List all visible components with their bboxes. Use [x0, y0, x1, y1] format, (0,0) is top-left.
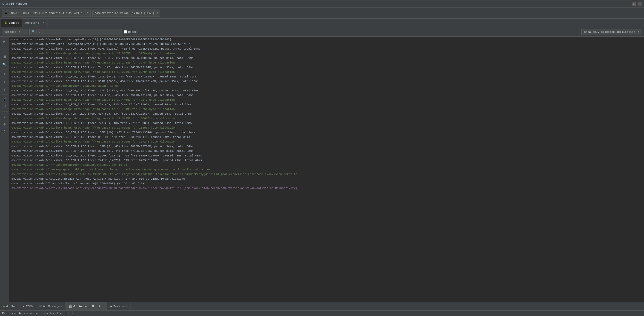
bottom-tab-android-monitor-label: 6: Android Monitor	[73, 305, 104, 308]
log-line: om.exonvision.rekab I/dalvikvm-heap: Gro…	[9, 139, 644, 144]
search-icon: 🔍	[32, 30, 35, 34]
log-line: om.exonvision.rekab D/dalvikvm: GC_FOR_A…	[9, 153, 644, 158]
minimize-btn[interactable]: —	[638, 2, 642, 6]
terminal-icon: ▶	[110, 305, 112, 308]
log-line: om.exonvision.rekab I/dalvikvm-heap: Gro…	[9, 125, 644, 130]
top-toolbar: 📱 HUAWEI HUAWEI Y221-U22 Android 4.4.2, …	[0, 8, 644, 19]
sidebar-btn-settings[interactable]: ⚙	[1, 121, 8, 128]
sidebar-btn-help2[interactable]: ?	[1, 128, 8, 136]
sidebar-divider-1	[2, 69, 8, 69]
title-bar: Android Monitor ⚙ —	[0, 0, 644, 8]
log-toolbar: Verbose ▼ 🔍 Regex Show only selected app…	[0, 27, 644, 37]
log-line: om.exonvision.rekab V/ActivityThread: Ac…	[9, 186, 644, 191]
log-line: om.exonvision.rekab D/dalvikvm: GC_FOR_A…	[9, 46, 644, 51]
device-icon: 📱	[4, 11, 8, 15]
log-line: om.exonvision.rekab D/dalvikvm: GC_FOR_A…	[9, 112, 644, 116]
verbose-dropdown-arrow: ▼	[19, 31, 20, 33]
tab-monitors[interactable]: Monitors →*	[22, 19, 48, 27]
log-line: om.exonvision.rekab I/dalvikvm-heap: Gro…	[9, 51, 644, 56]
log-line: om.exonvision.rekab D/dalvikvm: GC_FOR_A…	[9, 130, 644, 135]
log-line: om.exonvision.rekab D/====Rekab: decrypt…	[9, 37, 644, 42]
sidebar-btn-find[interactable]: 🔍	[1, 61, 8, 68]
messages-icon: ☰	[39, 305, 42, 308]
log-line: om.exonvision.rekab D/dalvikvm: GC_FOR_A…	[9, 144, 644, 149]
log-line: om.exonvision.rekab I/dalvikvm-heap: Gro…	[9, 107, 644, 112]
tab-bar: 🐛 logcat Monitors →*	[0, 19, 644, 27]
log-line: om.exonvision.rekab D/dalvikvm: GC_FOR_A…	[9, 79, 644, 84]
log-line: om.exonvision.rekab D/dalvikvm: GC_FOR_A…	[9, 149, 644, 153]
log-level-select[interactable]: Verbose ▼	[2, 29, 28, 35]
regex-text: Regex	[128, 30, 137, 34]
device-label: HUAWEI HUAWEI Y221-U22 Android 4.4.2, AP…	[10, 12, 84, 15]
tab-monitors-label: Monitors →*	[26, 21, 44, 25]
verbose-label: Verbose	[4, 30, 16, 34]
log-line: om.exonvision.rekab D/GraphicBuffer: clo…	[9, 181, 644, 186]
bottom-tab-run[interactable]: ▶ 4: Run	[0, 302, 20, 310]
sidebar-btn-play[interactable]: ▶	[1, 38, 8, 45]
log-line: om.exonvision.rekab D/====Rekab: decrypt…	[9, 42, 644, 46]
log-line: om.exonvision.rekab D/dalvikvm: GC_FOR_A…	[9, 74, 644, 79]
left-sidebar: ▶ ⏸ 🗑 🔍 ↑ ↓ ? 📱 🖨 ↻ ⚙ ?	[0, 37, 9, 302]
sidebar-btn-clear[interactable]: 🗑	[1, 53, 8, 60]
sidebar-btn-down[interactable]: ↓	[1, 78, 8, 85]
bottom-tab-todo-label: TODO	[26, 305, 32, 308]
bottom-toolbar: ▶ 4: Run ✔ TODO ☰ 0: Messages 🤖 6: Andro…	[0, 302, 644, 310]
sidebar-btn-pause[interactable]: ⏸	[1, 45, 8, 53]
log-line: om.exonvision.rekab D/dalvikvm: GC_FOR_A…	[9, 121, 644, 125]
log-line: om.exonvision.rekab I/dalvikvm-heap: Gro…	[9, 98, 644, 102]
app-dropdown-arrow: ▼	[157, 12, 158, 14]
show-only-label: Show only selected application	[584, 30, 635, 34]
tab-logcat[interactable]: 🐛 logcat	[1, 19, 22, 27]
bottom-tab-messages[interactable]: ☰ 0: Messages	[36, 302, 65, 310]
app-selector[interactable]: com.exonvision.rekab (17465) [DEAD] ▼	[92, 10, 160, 17]
show-only-btn[interactable]: Show only selected application ▼	[581, 29, 642, 35]
log-line: om.exonvision.rekab I/dalvikvm-heap: Gro…	[9, 60, 644, 65]
log-line: om.exonvision.rekab D/dalvikvm: GC_FOR_A…	[9, 135, 644, 139]
bottom-tab-android-monitor[interactable]: 🤖 6: Android Monitor	[65, 302, 108, 310]
log-line: om.exonvision.rekab D/ActivityThread: AC…	[9, 177, 644, 181]
log-line: om.exonvision.rekab D/dalvikvm: GC_FOR_A…	[9, 102, 644, 107]
settings-title-btn[interactable]: ⚙	[632, 2, 636, 6]
regex-label[interactable]: Regex	[124, 30, 137, 34]
log-area[interactable]: om.exonvision.rekab D/====Rekab: decrypt…	[9, 37, 644, 302]
bottom-tab-terminal-label: Terminal	[113, 305, 127, 308]
sidebar-btn-print[interactable]: 🖨	[1, 103, 8, 110]
log-line: om.exonvision.rekab D/dalvikvm: GC_FOR_A…	[9, 88, 644, 93]
show-only-dropdown-arrow: ▼	[638, 31, 639, 33]
log-line: om.exonvision.rekab D/dalvikvm: GC_FOR_A…	[9, 158, 644, 163]
sidebar-btn-refresh[interactable]: ↻	[1, 113, 8, 120]
app-title: Android Monitor	[2, 2, 28, 5]
bottom-tab-run-label: 4: Run	[6, 305, 16, 308]
log-line: om.exonvision.rekab I/====CategoryHolder…	[9, 84, 644, 88]
sidebar-btn-help[interactable]: ?	[1, 86, 8, 93]
sidebar-btn-up[interactable]: ↑	[1, 70, 8, 78]
log-line: om.exonvision.rekab D/dalvikvm: GC_FOR_A…	[9, 93, 644, 98]
bottom-tab-messages-label: 0: Messages	[43, 305, 62, 308]
bottom-tab-terminal[interactable]: ▶ Terminal	[107, 302, 130, 310]
android-icon: 🤖	[68, 304, 72, 308]
search-box[interactable]: 🔍	[29, 29, 122, 35]
log-line: om.exonvision.rekab D/dalvikvm: GC_FOR_A…	[9, 65, 644, 70]
log-line: om.exonvision.rekab I/====CategoryHolder…	[9, 163, 644, 167]
device-dropdown-arrow: ▼	[87, 12, 88, 14]
title-bar-controls: ⚙ —	[632, 2, 642, 6]
status-text: Field can be converted to a local variab…	[2, 312, 73, 315]
device-selector[interactable]: 📱 HUAWEI HUAWEI Y221-U22 Android 4.4.2, …	[2, 10, 91, 17]
log-line: om.exonvision.rekab I/dalvikvm-heap: Gro…	[9, 116, 644, 121]
log-line: om.exonvision.rekab I/dalvikvm-heap: Gro…	[9, 70, 644, 74]
main-content: ▶ ⏸ 🗑 🔍 ↑ ↓ ? 📱 🖨 ↻ ⚙ ? om.exonvision.re…	[0, 37, 644, 302]
regex-checkbox[interactable]	[124, 30, 127, 34]
sidebar-divider-3	[2, 112, 8, 112]
app-label: com.exonvision.rekab (17465) [DEAD]	[95, 12, 154, 15]
status-line: Field can be converted to a local variab…	[0, 310, 644, 316]
todo-icon: ✔	[23, 305, 25, 308]
log-line: om.exonvision.rekab I/ActivityThread: AC…	[9, 172, 644, 177]
logcat-icon: 🐛	[4, 21, 8, 25]
sidebar-btn-device[interactable]: 📱	[1, 96, 8, 103]
bottom-tab-todo[interactable]: ✔ TODO	[20, 302, 36, 310]
run-icon: ▶	[3, 304, 5, 308]
log-line: om.exonvision.rekab I/Choreographer: Ski…	[9, 167, 644, 172]
tab-logcat-label: logcat	[9, 21, 19, 25]
log-line: om.exonvision.rekab D/dalvikvm: GC_FOR_A…	[9, 56, 644, 60]
search-input[interactable]	[36, 30, 120, 34]
